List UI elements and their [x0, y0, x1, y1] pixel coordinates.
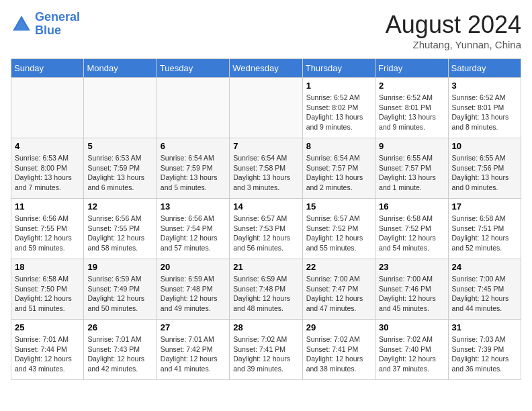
weekday-header-wednesday: Wednesday	[230, 59, 302, 78]
weekday-header-tuesday: Tuesday	[157, 59, 229, 78]
calendar-cell: 17Sunrise: 6:58 AM Sunset: 7:51 PM Dayli…	[448, 199, 521, 259]
calendar-cell: 5Sunrise: 6:53 AM Sunset: 7:59 PM Daylig…	[84, 138, 157, 199]
calendar-week-5: 25Sunrise: 7:01 AM Sunset: 7:44 PM Dayli…	[11, 320, 521, 380]
calendar-week-2: 4Sunrise: 6:53 AM Sunset: 8:00 PM Daylig…	[11, 138, 521, 199]
calendar-cell: 7Sunrise: 6:54 AM Sunset: 7:58 PM Daylig…	[230, 138, 302, 199]
day-info: Sunrise: 6:56 AM Sunset: 7:54 PM Dayligh…	[161, 214, 226, 253]
day-info: Sunrise: 6:52 AM Sunset: 8:01 PM Dayligh…	[379, 93, 444, 132]
logo-blue: Blue	[35, 24, 61, 37]
month-title: August 2024	[386, 11, 521, 39]
day-number: 23	[379, 262, 444, 272]
calendar-week-3: 11Sunrise: 6:56 AM Sunset: 7:55 PM Dayli…	[11, 199, 521, 259]
page-header: General Blue August 2024 Zhutang, Yunnan…	[11, 11, 521, 50]
day-number: 21	[233, 262, 298, 272]
day-number: 27	[161, 322, 226, 332]
location: Zhutang, Yunnan, China	[386, 39, 521, 50]
logo: General Blue	[11, 11, 80, 38]
calendar-cell: 20Sunrise: 6:59 AM Sunset: 7:48 PM Dayli…	[157, 259, 229, 320]
calendar-cell: 31Sunrise: 7:03 AM Sunset: 7:39 PM Dayli…	[448, 320, 521, 380]
calendar-cell: 23Sunrise: 7:00 AM Sunset: 7:46 PM Dayli…	[375, 259, 448, 320]
calendar-week-4: 18Sunrise: 6:58 AM Sunset: 7:50 PM Dayli…	[11, 259, 521, 320]
calendar-cell: 26Sunrise: 7:01 AM Sunset: 7:43 PM Dayli…	[84, 320, 157, 380]
day-number: 2	[379, 81, 444, 91]
day-number: 25	[15, 322, 80, 332]
logo-text: General Blue	[35, 11, 80, 38]
calendar-cell: 22Sunrise: 7:00 AM Sunset: 7:47 PM Dayli…	[302, 259, 375, 320]
day-number: 15	[306, 201, 371, 212]
calendar-table: SundayMondayTuesdayWednesdayThursdayFrid…	[11, 58, 521, 380]
calendar-cell: 2Sunrise: 6:52 AM Sunset: 8:01 PM Daylig…	[375, 78, 448, 138]
day-info: Sunrise: 7:02 AM Sunset: 7:41 PM Dayligh…	[306, 334, 371, 374]
calendar-cell: 10Sunrise: 6:55 AM Sunset: 7:56 PM Dayli…	[448, 138, 521, 199]
weekday-header-monday: Monday	[84, 59, 157, 78]
calendar-cell: 9Sunrise: 6:55 AM Sunset: 7:57 PM Daylig…	[375, 138, 448, 199]
weekday-header-thursday: Thursday	[302, 59, 375, 78]
day-number: 30	[379, 322, 444, 332]
day-number: 16	[379, 201, 444, 212]
day-info: Sunrise: 6:58 AM Sunset: 7:50 PM Dayligh…	[15, 274, 80, 314]
day-number: 3	[452, 81, 517, 91]
day-number: 18	[15, 262, 80, 272]
calendar-cell: 18Sunrise: 6:58 AM Sunset: 7:50 PM Dayli…	[11, 259, 84, 320]
day-info: Sunrise: 7:01 AM Sunset: 7:44 PM Dayligh…	[15, 334, 80, 374]
day-number: 8	[306, 141, 371, 151]
calendar-cell	[230, 78, 302, 138]
calendar-week-1: 1Sunrise: 6:52 AM Sunset: 8:02 PM Daylig…	[11, 78, 521, 138]
calendar-cell: 6Sunrise: 6:54 AM Sunset: 7:59 PM Daylig…	[157, 138, 229, 199]
day-info: Sunrise: 7:00 AM Sunset: 7:45 PM Dayligh…	[452, 274, 517, 314]
calendar-cell: 12Sunrise: 6:56 AM Sunset: 7:55 PM Dayli…	[84, 199, 157, 259]
calendar-cell	[84, 78, 157, 138]
day-info: Sunrise: 7:00 AM Sunset: 7:46 PM Dayligh…	[379, 274, 444, 314]
calendar-cell: 27Sunrise: 7:01 AM Sunset: 7:42 PM Dayli…	[157, 320, 229, 380]
day-number: 29	[306, 322, 371, 332]
calendar-cell: 30Sunrise: 7:02 AM Sunset: 7:40 PM Dayli…	[375, 320, 448, 380]
day-number: 24	[452, 262, 517, 272]
day-info: Sunrise: 6:59 AM Sunset: 7:48 PM Dayligh…	[233, 274, 298, 314]
calendar-header: SundayMondayTuesdayWednesdayThursdayFrid…	[11, 59, 521, 78]
day-number: 19	[87, 262, 152, 272]
day-info: Sunrise: 6:54 AM Sunset: 7:57 PM Dayligh…	[306, 153, 371, 193]
day-info: Sunrise: 6:52 AM Sunset: 8:02 PM Dayligh…	[306, 93, 371, 132]
day-info: Sunrise: 6:53 AM Sunset: 8:00 PM Dayligh…	[15, 153, 80, 193]
weekday-header-sunday: Sunday	[11, 59, 84, 78]
day-number: 1	[306, 81, 371, 91]
day-info: Sunrise: 6:59 AM Sunset: 7:48 PM Dayligh…	[161, 274, 226, 314]
day-info: Sunrise: 6:57 AM Sunset: 7:52 PM Dayligh…	[306, 214, 371, 253]
day-info: Sunrise: 6:53 AM Sunset: 7:59 PM Dayligh…	[87, 153, 152, 193]
day-number: 28	[233, 322, 298, 332]
day-info: Sunrise: 7:00 AM Sunset: 7:47 PM Dayligh…	[306, 274, 371, 314]
day-info: Sunrise: 7:02 AM Sunset: 7:41 PM Dayligh…	[233, 334, 298, 374]
day-info: Sunrise: 6:59 AM Sunset: 7:49 PM Dayligh…	[87, 274, 152, 314]
day-number: 13	[161, 201, 226, 212]
day-info: Sunrise: 7:01 AM Sunset: 7:43 PM Dayligh…	[87, 334, 152, 374]
day-info: Sunrise: 6:54 AM Sunset: 7:58 PM Dayligh…	[233, 153, 298, 193]
day-number: 11	[15, 201, 80, 212]
calendar-cell: 28Sunrise: 7:02 AM Sunset: 7:41 PM Dayli…	[230, 320, 302, 380]
calendar-cell	[11, 78, 84, 138]
day-info: Sunrise: 6:52 AM Sunset: 8:01 PM Dayligh…	[452, 93, 517, 132]
day-info: Sunrise: 6:57 AM Sunset: 7:53 PM Dayligh…	[233, 214, 298, 253]
calendar-cell: 4Sunrise: 6:53 AM Sunset: 8:00 PM Daylig…	[11, 138, 84, 199]
weekday-header-saturday: Saturday	[448, 59, 521, 78]
calendar-cell: 25Sunrise: 7:01 AM Sunset: 7:44 PM Dayli…	[11, 320, 84, 380]
day-info: Sunrise: 6:55 AM Sunset: 7:57 PM Dayligh…	[379, 153, 444, 193]
day-info: Sunrise: 7:03 AM Sunset: 7:39 PM Dayligh…	[452, 334, 517, 374]
calendar-cell: 14Sunrise: 6:57 AM Sunset: 7:53 PM Dayli…	[230, 199, 302, 259]
calendar-body: 1Sunrise: 6:52 AM Sunset: 8:02 PM Daylig…	[11, 78, 521, 380]
day-info: Sunrise: 6:58 AM Sunset: 7:52 PM Dayligh…	[379, 214, 444, 253]
day-info: Sunrise: 6:58 AM Sunset: 7:51 PM Dayligh…	[452, 214, 517, 253]
weekday-row: SundayMondayTuesdayWednesdayThursdayFrid…	[11, 59, 521, 78]
logo-general: General	[35, 10, 80, 24]
day-number: 9	[379, 141, 444, 151]
day-info: Sunrise: 7:02 AM Sunset: 7:40 PM Dayligh…	[379, 334, 444, 374]
calendar-cell	[157, 78, 229, 138]
calendar-cell: 8Sunrise: 6:54 AM Sunset: 7:57 PM Daylig…	[302, 138, 375, 199]
day-number: 6	[161, 141, 226, 151]
day-number: 31	[452, 322, 517, 332]
calendar-cell: 24Sunrise: 7:00 AM Sunset: 7:45 PM Dayli…	[448, 259, 521, 320]
calendar-cell: 3Sunrise: 6:52 AM Sunset: 8:01 PM Daylig…	[448, 78, 521, 138]
calendar-cell: 13Sunrise: 6:56 AM Sunset: 7:54 PM Dayli…	[157, 199, 229, 259]
day-number: 4	[15, 141, 80, 151]
day-number: 22	[306, 262, 371, 272]
calendar-cell: 21Sunrise: 6:59 AM Sunset: 7:48 PM Dayli…	[230, 259, 302, 320]
